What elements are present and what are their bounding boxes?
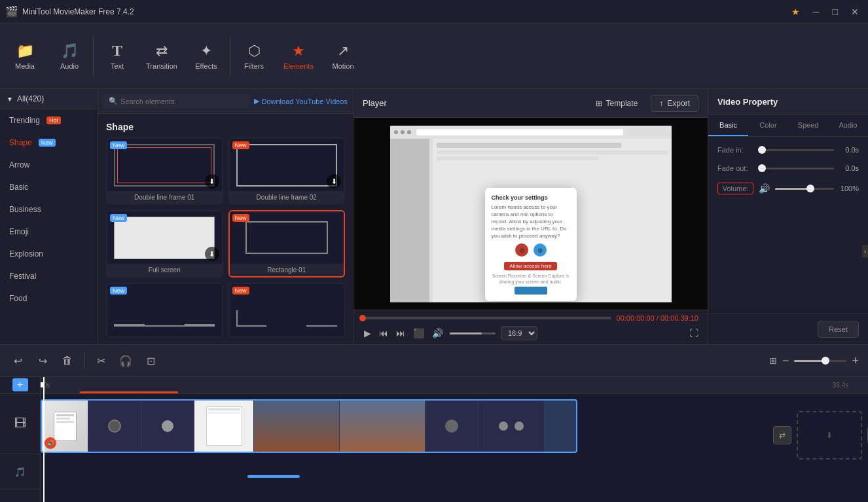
tab-basic[interactable]: Basic: [708, 115, 748, 136]
sidebar-item-shape[interactable]: Shape New: [0, 132, 98, 154]
zoom-slider[interactable]: [794, 360, 846, 362]
expand-panel-btn[interactable]: ›: [862, 245, 868, 257]
sidebar-item-basic[interactable]: Basic: [0, 176, 98, 198]
star-btn[interactable]: ★: [787, 5, 804, 18]
play-btn[interactable]: ▶: [363, 327, 372, 340]
time-display: 00:00:00:00 / 00:00:39:10: [617, 314, 698, 322]
transition-arrow-btn[interactable]: ⇄: [773, 426, 791, 444]
fullscreen-btn[interactable]: ⛶: [689, 328, 698, 338]
add-track-btn[interactable]: +: [12, 378, 28, 391]
element-card-double-line-01[interactable]: New ⬇ Double line frame 01: [106, 137, 223, 205]
bottom-toolbar: ↩ ↪ 🗑 ✂ 🎧 ⊡ ⊞ − +: [0, 344, 868, 377]
text-label: Text: [111, 62, 124, 70]
zoom-out-btn[interactable]: −: [780, 353, 792, 369]
vol-slider[interactable]: [775, 188, 834, 190]
app-icon: 🎬: [5, 5, 18, 18]
crop-btn[interactable]: ⊡: [139, 350, 162, 372]
fade-in-slider-container: [762, 149, 834, 151]
fade-in-label: Fade in:: [717, 146, 757, 154]
toolbar-motion[interactable]: ↗ Motion: [321, 27, 365, 86]
dialog-allow-btn[interactable]: Allow access here: [504, 262, 556, 270]
zoom-in-btn[interactable]: +: [849, 353, 861, 369]
toolbar-effects[interactable]: ✦ Effects: [184, 27, 228, 86]
zoom-thumb: [822, 357, 829, 365]
redo-btn[interactable]: ↪: [31, 350, 54, 372]
toolbar-audio[interactable]: 🎵 Audio: [47, 27, 92, 86]
delete-btn[interactable]: 🗑: [56, 350, 79, 372]
template-btn[interactable]: ⊞ Template: [590, 96, 643, 111]
media-icon: 📁: [16, 43, 34, 60]
window-controls[interactable]: ★ ─ □ ✕: [787, 5, 863, 18]
tab-speed[interactable]: Speed: [788, 115, 828, 136]
download-icon-2[interactable]: ⬇: [327, 174, 341, 188]
volume-label: Volume:: [717, 183, 753, 194]
sidebar-item-explosion[interactable]: Explosion: [0, 243, 98, 265]
fade-out-slider[interactable]: [762, 168, 834, 170]
toolbar-media[interactable]: 📁 Media: [3, 27, 47, 86]
toolbar-sep-1: [93, 37, 94, 76]
sidebar-item-arrow[interactable]: Arrow: [0, 154, 98, 176]
sidebar-item-trending[interactable]: Trending Hot: [0, 109, 98, 132]
fade-out-row: Fade out: 0.0s: [717, 164, 859, 172]
stop-btn[interactable]: ⬛: [412, 327, 425, 340]
close-btn[interactable]: ✕: [847, 5, 863, 18]
trending-badge: Hot: [46, 117, 61, 124]
cut-btn[interactable]: ✂: [90, 350, 112, 372]
toolbar-filters[interactable]: ⬡ Filters: [232, 27, 276, 86]
export-btn[interactable]: ↑ Export: [651, 95, 698, 112]
element-card-6[interactable]: New: [228, 283, 346, 338]
stop-sharing-btn[interactable]: [515, 287, 547, 295]
search-box[interactable]: 🔍: [103, 94, 249, 108]
property-tabs: Basic Color Speed Audio: [708, 115, 868, 137]
sidebar-all-header[interactable]: ▼ All(420): [0, 89, 98, 109]
reset-btn[interactable]: Reset: [818, 321, 859, 338]
download-youtube-btn[interactable]: ▶ Download YouTube Videos: [254, 97, 348, 105]
thumb-8: [479, 401, 544, 452]
toolbar-elements[interactable]: ★ Elements: [276, 27, 321, 86]
sidebar-item-festival[interactable]: Festival: [0, 265, 98, 287]
toolbar-text[interactable]: T Text: [95, 27, 139, 86]
next-btn[interactable]: ⏭: [395, 327, 407, 340]
explosion-label: Explosion: [9, 249, 43, 259]
aspect-ratio-select[interactable]: 16:9 9:16 1:1 4:3: [501, 326, 537, 340]
search-input[interactable]: [120, 98, 244, 105]
audio-detach-icon: 🎧: [119, 355, 132, 367]
minimize-btn[interactable]: ─: [809, 5, 823, 18]
fade-in-slider[interactable]: [762, 149, 834, 151]
element-card-5[interactable]: New: [106, 283, 223, 338]
video-track-row[interactable]: 🔊: [41, 399, 868, 453]
progress-bar-indicator: [80, 391, 178, 393]
sidebar-item-emoji[interactable]: Emoji: [0, 221, 98, 243]
maximize-btn[interactable]: □: [829, 5, 842, 18]
browser-dot-1: [394, 130, 398, 134]
prev-btn[interactable]: ⏮: [378, 327, 389, 340]
volume-slider[interactable]: [450, 332, 496, 334]
dialog-icons: ⊕ ⊕: [492, 243, 570, 257]
download-icon-3[interactable]: ⬇: [205, 247, 219, 261]
volume-btn[interactable]: 🔊: [431, 327, 444, 340]
motion-label: Motion: [332, 62, 353, 70]
elements-panel: 🔍 ▶ Download YouTube Videos Shape New ⬇ …: [98, 89, 353, 344]
video-placeholder-track[interactable]: ⬇: [797, 411, 862, 459]
elements-toolbar: 🔍 ▶ Download YouTube Videos: [98, 89, 353, 114]
tab-audio[interactable]: Audio: [828, 115, 868, 136]
dialog-buttons: Allow access here: [492, 262, 570, 270]
motion-icon: ↗: [337, 43, 349, 60]
music-note-icon: 🎵: [14, 467, 26, 477]
card-badge-5: New: [110, 287, 127, 295]
element-card-rectangle-01[interactable]: New Rectangle 01: [228, 210, 346, 278]
sidebar-item-food[interactable]: Food: [0, 287, 98, 310]
time-bar[interactable]: [363, 317, 611, 319]
element-card-double-line-02[interactable]: New ⬇ Double line frame 02: [228, 137, 346, 205]
music-track-icon: 🎵: [0, 454, 40, 490]
timeline-area: + 🎞 🎵 0s 39.4s: [0, 377, 868, 502]
undo-btn[interactable]: ↩: [7, 350, 29, 372]
toolbar-transition[interactable]: ⇄ Transition: [139, 27, 184, 86]
sidebar-item-business[interactable]: Business: [0, 198, 98, 221]
download-icon-1[interactable]: ⬇: [205, 174, 219, 188]
audio-detach-btn[interactable]: 🎧: [115, 350, 137, 372]
youtube-icon: ▶: [254, 97, 259, 105]
tab-color[interactable]: Color: [748, 115, 788, 136]
video-track[interactable]: 🔊: [41, 399, 577, 453]
element-card-full-screen[interactable]: New ⬇ Full screen: [106, 210, 223, 278]
